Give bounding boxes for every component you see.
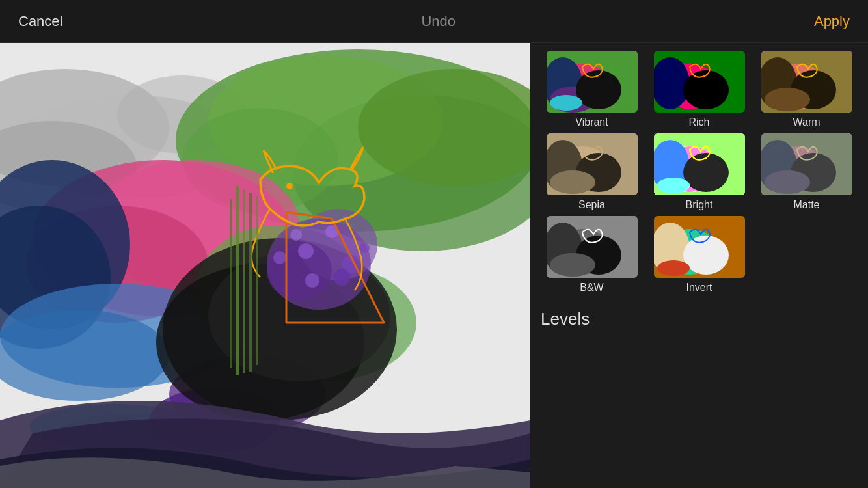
filter-label-rich: Rich [688, 116, 709, 128]
filter-thumb-warm [761, 51, 852, 113]
apply-button[interactable]: Apply [811, 8, 852, 35]
svg-point-63 [550, 170, 595, 194]
filter-thumb-bright [654, 133, 745, 195]
svg-point-36 [359, 243, 370, 253]
painting-canvas[interactable] [0, 43, 530, 488]
filter-label-matte: Matte [793, 199, 819, 211]
filter-item-bw[interactable]: B&W [541, 216, 643, 293]
main-area: Vibrant Rich Warm Sepia [0, 43, 868, 488]
svg-point-38 [286, 183, 293, 189]
filter-item-rich[interactable]: Rich [648, 51, 750, 128]
filter-item-warm[interactable]: Warm [755, 51, 858, 128]
filter-label-invert: Invert [686, 282, 712, 293]
levels-title: Levels [541, 309, 858, 329]
filter-thumb-matte [761, 133, 852, 195]
svg-point-49 [550, 95, 582, 111]
undo-button[interactable]: Undo [418, 8, 458, 35]
filter-item-bright[interactable]: Bright [648, 133, 750, 211]
filter-grid: Vibrant Rich Warm Sepia [541, 51, 858, 293]
filter-item-invert[interactable]: Invert [648, 216, 750, 293]
filter-label-warm: Warm [793, 116, 820, 128]
filter-label-vibrant: Vibrant [575, 116, 608, 128]
svg-point-73 [765, 170, 810, 194]
svg-point-68 [657, 178, 690, 193]
svg-point-35 [273, 251, 286, 264]
toolbar: Cancel Undo Apply [0, 0, 868, 43]
canvas-area[interactable] [0, 43, 530, 488]
filter-label-bw: B&W [580, 282, 603, 293]
filter-item-sepia[interactable]: Sepia [541, 133, 643, 211]
filter-thumb-vibrant [547, 51, 638, 113]
svg-point-83 [657, 260, 690, 276]
svg-point-34 [290, 229, 302, 241]
svg-point-58 [765, 88, 810, 111]
svg-point-78 [550, 253, 595, 277]
filter-label-bright: Bright [686, 199, 713, 211]
filter-thumb-invert [654, 216, 745, 278]
svg-point-33 [333, 269, 350, 286]
cancel-button[interactable]: Cancel [16, 8, 65, 35]
filter-thumb-rich [654, 51, 745, 113]
filter-label-sepia: Sepia [578, 199, 605, 211]
right-panel: Vibrant Rich Warm Sepia [530, 43, 868, 488]
svg-point-32 [305, 273, 319, 288]
svg-point-29 [298, 243, 314, 259]
levels-section: Levels [541, 309, 858, 337]
filter-thumb-sepia [547, 133, 638, 195]
filter-item-matte[interactable]: Matte [755, 133, 858, 211]
filter-thumb-bw [547, 216, 638, 278]
filter-item-vibrant[interactable]: Vibrant [541, 51, 643, 128]
